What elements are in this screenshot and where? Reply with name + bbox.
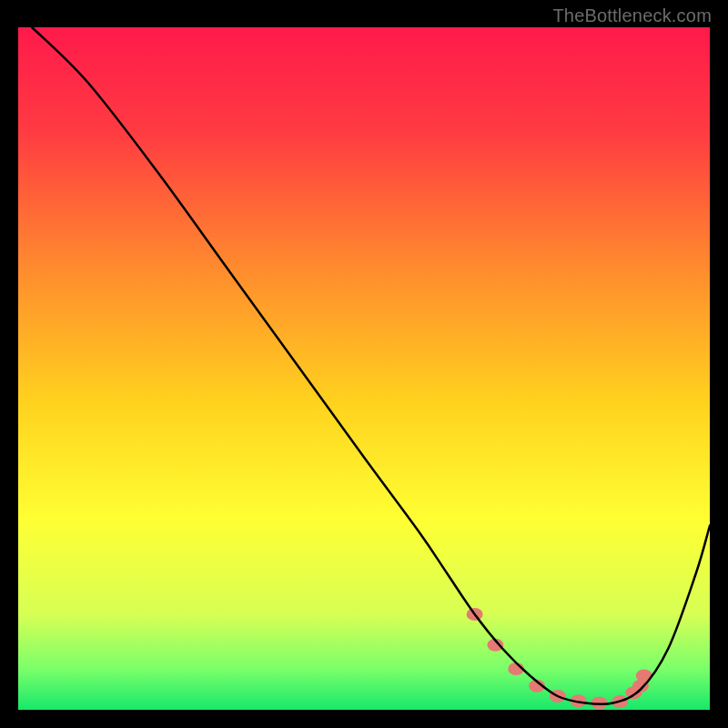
gradient-background	[18, 27, 710, 710]
watermark-text: TheBottleneck.com	[552, 5, 712, 26]
chart-svg	[18, 27, 710, 710]
plot-area	[18, 27, 710, 710]
chart-frame: TheBottleneck.com	[0, 0, 728, 728]
